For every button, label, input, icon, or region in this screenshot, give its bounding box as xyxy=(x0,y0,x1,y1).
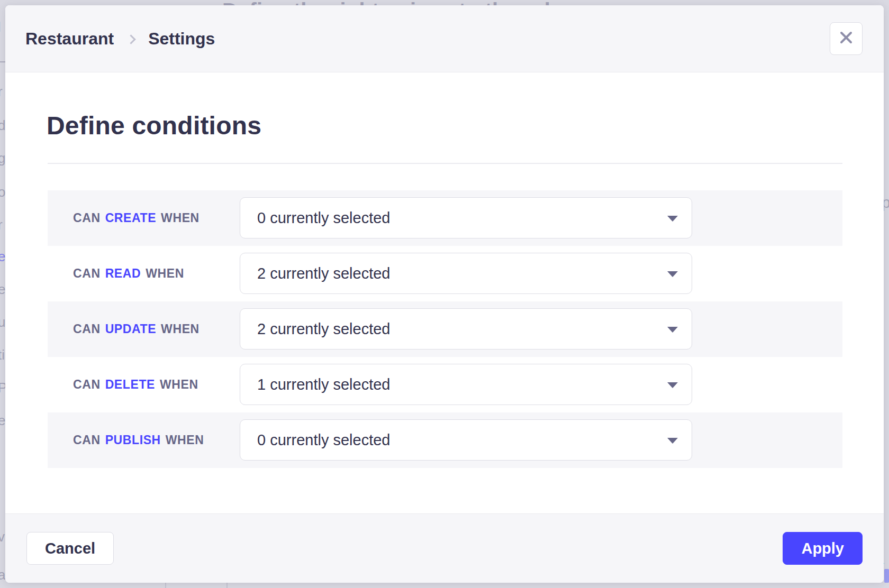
background-text-fragment: o xyxy=(0,184,5,200)
cancel-button[interactable]: Cancel xyxy=(26,532,114,565)
background-text-fragment: e xyxy=(0,412,5,429)
background-text-fragment: r xyxy=(0,217,3,233)
breadcrumb-restaurant: Restaurant xyxy=(25,29,114,49)
close-button[interactable] xyxy=(830,22,863,55)
condition-row-update: Canupdatewhen 2 currently selected xyxy=(48,301,842,357)
background-text-fragment: ti xyxy=(0,347,5,363)
close-icon xyxy=(838,29,855,48)
modal-footer: Cancel Apply xyxy=(5,513,884,583)
update-conditions-value: 2 currently selected xyxy=(257,320,390,338)
chevron-down-icon xyxy=(667,216,678,222)
background-text-fragment: g xyxy=(0,150,5,167)
condition-row-create: Cancreatewhen 0 currently selected xyxy=(48,190,842,246)
modal-header: Restaurant Settings xyxy=(5,5,884,72)
define-conditions-modal: Restaurant Settings Define conditions Ca… xyxy=(5,5,884,583)
background-text-fragment: r xyxy=(0,84,3,100)
chevron-right-icon xyxy=(126,34,135,44)
breadcrumb: Restaurant Settings xyxy=(25,29,215,49)
condition-row-read: Canreadwhen 2 currently selected xyxy=(48,246,842,301)
create-conditions-value: 0 currently selected xyxy=(257,209,390,227)
create-conditions-select[interactable]: 0 currently selected xyxy=(240,197,692,238)
update-conditions-select[interactable]: 2 currently selected xyxy=(240,308,692,350)
read-conditions-value: 2 currently selected xyxy=(257,265,390,282)
chevron-down-icon xyxy=(667,382,678,388)
condition-label-create: Cancreatewhen xyxy=(73,211,199,225)
chevron-down-icon xyxy=(667,438,678,444)
chevron-down-icon xyxy=(667,327,678,333)
divider xyxy=(48,163,842,164)
chevron-down-icon xyxy=(667,271,678,277)
delete-conditions-value: 1 currently selected xyxy=(257,376,390,393)
background-text-fragment: v xyxy=(0,529,5,545)
apply-button[interactable]: Apply xyxy=(783,532,863,565)
condition-row-delete: Candeletewhen 1 currently selected xyxy=(48,357,842,412)
delete-conditions-select[interactable]: 1 currently selected xyxy=(240,364,692,405)
conditions-list: Cancreatewhen 0 currently selected Canre… xyxy=(48,190,842,468)
breadcrumb-settings: Settings xyxy=(148,29,215,49)
background-text-fragment: l xyxy=(0,19,1,35)
background-link-fragment: e xyxy=(0,249,5,265)
condition-row-publish: Canpublishwhen 0 currently selected xyxy=(48,412,842,468)
condition-label-delete: Candeletewhen xyxy=(73,378,198,392)
background-scroll-fragment xyxy=(884,569,889,583)
publish-conditions-value: 0 currently selected xyxy=(257,431,390,449)
condition-label-read: Canreadwhen xyxy=(73,267,184,281)
background-text-fragment: d xyxy=(0,117,5,134)
publish-conditions-select[interactable]: 0 currently selected xyxy=(240,419,692,461)
read-conditions-select[interactable]: 2 currently selected xyxy=(240,253,692,294)
background-text-fragment: u xyxy=(0,314,5,330)
page-title: Define conditions xyxy=(47,111,261,140)
condition-label-update: Canupdatewhen xyxy=(73,322,199,336)
condition-label-publish: Canpublishwhen xyxy=(73,433,204,447)
